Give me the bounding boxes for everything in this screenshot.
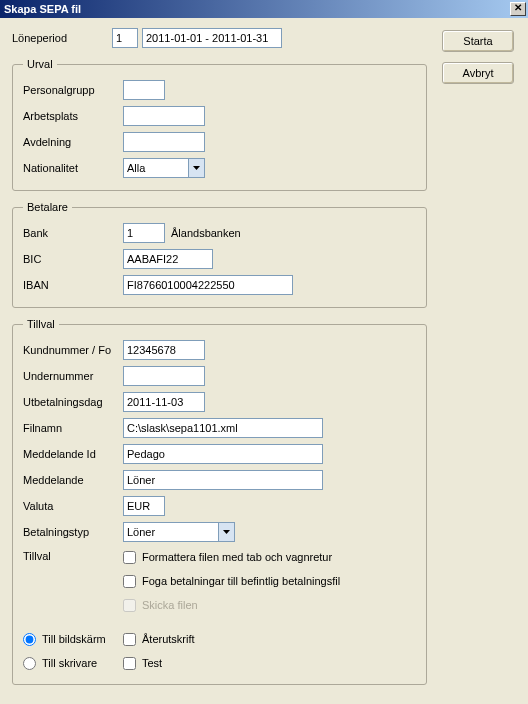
avdelning-input[interactable]: [123, 132, 205, 152]
utbetalningsdag-label: Utbetalningsdag: [23, 396, 123, 408]
arbetsplats-label: Arbetsplats: [23, 110, 123, 122]
opt-foga-label: Foga betalningar till befintlig betalnin…: [142, 575, 340, 587]
start-button[interactable]: Starta: [442, 30, 514, 52]
personalgrupp-input[interactable]: [123, 80, 165, 100]
period-range-input[interactable]: [142, 28, 282, 48]
opt-foga-checkbox[interactable]: [123, 575, 136, 588]
avdelning-label: Avdelning: [23, 136, 123, 148]
bank-label: Bank: [23, 227, 123, 239]
kundnummer-label: Kundnummer / Fo: [23, 344, 123, 356]
radio-skrivare[interactable]: [23, 657, 36, 670]
opt-aterutskrift-label: Återutskrift: [142, 633, 195, 645]
tillval-legend: Tillval: [23, 318, 59, 330]
urval-legend: Urval: [23, 58, 57, 70]
meddelande-label: Meddelande: [23, 474, 123, 486]
period-code-input[interactable]: [112, 28, 138, 48]
opt-test-label: Test: [142, 657, 162, 669]
close-icon: ✕: [514, 2, 522, 13]
nationalitet-select[interactable]: Alla: [123, 158, 205, 178]
personalgrupp-label: Personalgrupp: [23, 84, 123, 96]
opt-tab-checkbox[interactable]: [123, 551, 136, 564]
radio-bildskarm-label: Till bildskärm: [42, 633, 106, 645]
opt-aterutskrift-checkbox[interactable]: [123, 633, 136, 646]
arbetsplats-input[interactable]: [123, 106, 205, 126]
opt-test-checkbox[interactable]: [123, 657, 136, 670]
nationalitet-label: Nationalitet: [23, 162, 123, 174]
window-title: Skapa SEPA fil: [4, 3, 81, 15]
undernummer-input[interactable]: [123, 366, 205, 386]
betalningstyp-select[interactable]: Löner: [123, 522, 235, 542]
cancel-button[interactable]: Avbryt: [442, 62, 514, 84]
betalningstyp-label: Betalningstyp: [23, 526, 123, 538]
betalare-group: Betalare Bank Ålandsbanken BIC IBAN: [12, 201, 427, 308]
valuta-label: Valuta: [23, 500, 123, 512]
meddelandeid-label: Meddelande Id: [23, 448, 123, 460]
urval-group: Urval Personalgrupp Arbetsplats Avdelnin…: [12, 58, 427, 191]
tillval-group: Tillval Kundnummer / Fo Undernummer Utbe…: [12, 318, 427, 685]
utbetalningsdag-input[interactable]: [123, 392, 205, 412]
filnamn-input[interactable]: [123, 418, 323, 438]
meddelandeid-input[interactable]: [123, 444, 323, 464]
opt-skicka-checkbox: [123, 599, 136, 612]
iban-label: IBAN: [23, 279, 123, 291]
bank-code-input[interactable]: [123, 223, 165, 243]
iban-input[interactable]: [123, 275, 293, 295]
radio-skrivare-label: Till skrivare: [42, 657, 97, 669]
bank-name-text: Ålandsbanken: [171, 227, 241, 239]
valuta-input[interactable]: [123, 496, 165, 516]
filnamn-label: Filnamn: [23, 422, 123, 434]
bic-label: BIC: [23, 253, 123, 265]
period-label: Löneperiod: [12, 32, 112, 44]
bic-input[interactable]: [123, 249, 213, 269]
title-bar: Skapa SEPA fil ✕: [0, 0, 528, 18]
radio-bildskarm[interactable]: [23, 633, 36, 646]
kundnummer-input[interactable]: [123, 340, 205, 360]
undernummer-label: Undernummer: [23, 370, 123, 382]
meddelande-input[interactable]: [123, 470, 323, 490]
close-button[interactable]: ✕: [510, 2, 526, 16]
betalare-legend: Betalare: [23, 201, 72, 213]
opt-tab-label: Formattera filen med tab och vagnretur: [142, 551, 332, 563]
tillval-options-label: Tillval: [23, 548, 123, 562]
opt-skicka-label: Skicka filen: [142, 599, 198, 611]
